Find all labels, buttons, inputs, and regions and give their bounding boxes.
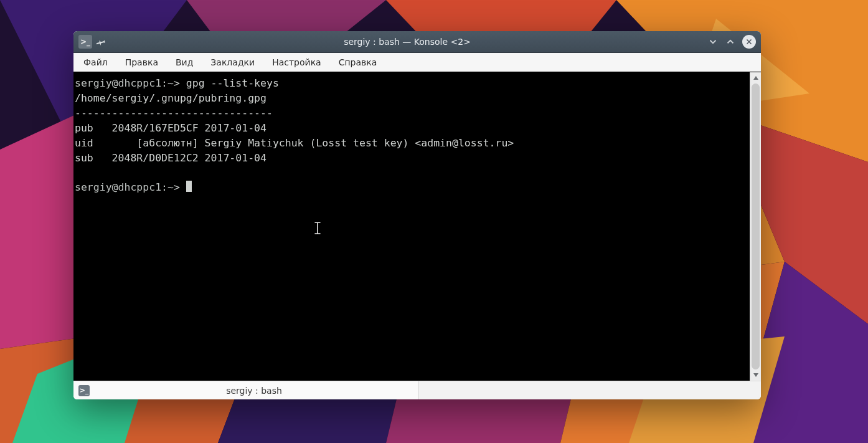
konsole-window: >_ sergiy : bash — Konsole <2> Файл Прав…	[73, 31, 761, 399]
close-button[interactable]	[742, 35, 756, 49]
menubar: Файл Правка Вид Закладки Настройка Справ…	[73, 53, 761, 72]
terminal-icon: >_	[78, 385, 90, 396]
terminal[interactable]: sergiy@dhcppc1:~> gpg --list-keys /home/…	[73, 72, 750, 381]
menu-bookmarks[interactable]: Закладки	[207, 55, 258, 70]
menu-settings[interactable]: Настройка	[268, 55, 325, 70]
term-prompt-1: sergiy@dhcppc1:~>	[75, 77, 186, 89]
window-title: sergiy : bash — Konsole <2>	[111, 37, 704, 47]
scroll-up-icon[interactable]	[750, 72, 761, 83]
tab-label: sergiy : bash	[95, 386, 413, 396]
menu-file[interactable]: Файл	[80, 55, 111, 70]
titlebar[interactable]: >_ sergiy : bash — Konsole <2>	[73, 31, 761, 53]
scroll-thumb[interactable]	[752, 83, 760, 369]
tabbar: >_ sergiy : bash	[73, 381, 761, 399]
term-line-pub: pub 2048R/167ED5CF 2017-01-04	[75, 122, 267, 134]
close-icon	[745, 38, 753, 45]
app-menu-icon[interactable]: >_	[78, 35, 92, 49]
terminal-wrap: sergiy@dhcppc1:~> gpg --list-keys /home/…	[73, 72, 761, 381]
menu-view[interactable]: Вид	[172, 55, 197, 70]
svg-marker-21	[753, 373, 758, 377]
term-line-dash: --------------------------------	[75, 107, 273, 119]
menu-edit[interactable]: Правка	[121, 55, 162, 70]
term-line-sub: sub 2048R/D0DE12C2 2017-01-04	[75, 152, 267, 164]
terminal-scrollbar[interactable]	[750, 72, 761, 381]
term-line-uid: uid [абсолютн] Sergiy Matiychuk (Losst t…	[75, 137, 514, 149]
term-prompt-2: sergiy@dhcppc1:~>	[75, 181, 186, 193]
svg-marker-20	[753, 76, 758, 80]
titlebar-right-controls	[707, 35, 756, 49]
pin-icon[interactable]	[94, 34, 110, 50]
term-line-path: /home/sergiy/.gnupg/pubring.gpg	[75, 92, 267, 104]
scroll-down-icon[interactable]	[750, 369, 761, 381]
titlebar-left-controls: >_	[78, 35, 107, 49]
menu-help[interactable]: Справка	[335, 55, 381, 70]
minimize-icon[interactable]	[707, 36, 719, 47]
maximize-icon[interactable]	[725, 36, 736, 47]
term-cmd-1: gpg --list-keys	[186, 77, 279, 89]
ibeam-cursor-icon	[314, 222, 321, 234]
tab-active[interactable]: >_ sergiy : bash	[73, 381, 419, 399]
scroll-track[interactable]	[750, 83, 761, 369]
text-cursor-caret	[186, 181, 192, 192]
